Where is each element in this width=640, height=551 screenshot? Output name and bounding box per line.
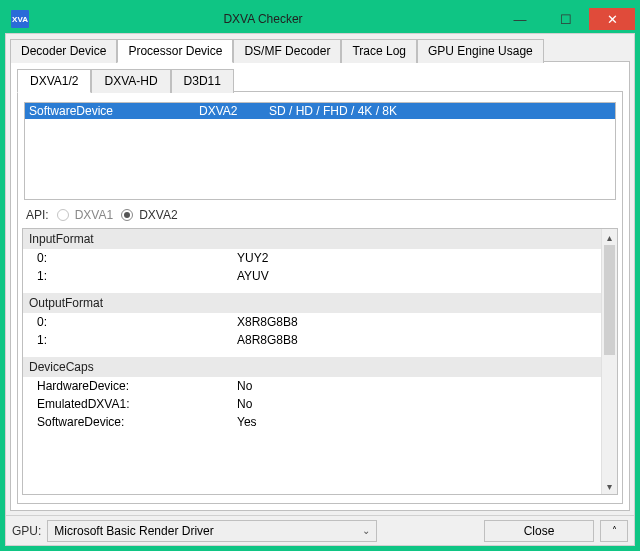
devicecaps-k0: HardwareDevice:: [37, 379, 237, 393]
subpanel-dxva12: SoftwareDevice DXVA2 SD / HD / FHD / 4K …: [17, 92, 623, 504]
tab-processor-device[interactable]: Processor Device: [117, 39, 233, 63]
subtab-dxvahd[interactable]: DXVA-HD: [91, 69, 170, 93]
inputformat-k0: 0:: [37, 251, 237, 265]
section-devicecaps: DeviceCaps: [23, 357, 601, 377]
scroll-thumb[interactable]: [604, 245, 615, 355]
device-name: SoftwareDevice: [29, 104, 199, 118]
maximize-button[interactable]: ☐: [543, 8, 589, 30]
panel-processor-device: DXVA1/2 DXVA-HD D3D11 SoftwareDevice DXV…: [10, 62, 630, 511]
tab-trace-log[interactable]: Trace Log: [341, 39, 417, 63]
outputformat-v1: A8R8G8B8: [237, 333, 595, 347]
radio-dxva1: DXVA1: [57, 208, 113, 222]
close-window-button[interactable]: ✕: [589, 8, 635, 30]
device-row-selected[interactable]: SoftwareDevice DXVA2 SD / HD / FHD / 4K …: [25, 103, 615, 119]
outputformat-v0: X8R8G8B8: [237, 315, 595, 329]
main-tabstrip: Decoder Device Processor Device DS/MF De…: [10, 38, 630, 62]
gpu-dropdown-value: Microsoft Basic Render Driver: [54, 524, 213, 538]
radio-dxva2-indicator: [121, 209, 133, 221]
radio-dxva1-label: DXVA1: [75, 208, 113, 222]
outputformat-k1: 1:: [37, 333, 237, 347]
devicecaps-row-1: EmulatedDXVA1:No: [23, 395, 601, 413]
gpu-label: GPU:: [12, 524, 41, 538]
tabstrip-fill: [544, 38, 630, 62]
inputformat-k1: 1:: [37, 269, 237, 283]
device-resolutions: SD / HD / FHD / 4K / 8K: [269, 104, 611, 118]
devicecaps-k1: EmulatedDXVA1:: [37, 397, 237, 411]
app-window: XVA DXVA Checker — ☐ ✕ Decoder Device Pr…: [4, 4, 636, 547]
devicecaps-v0: No: [237, 379, 595, 393]
info-list-content: InputFormat 0:YUY2 1:AYUV OutputFormat 0…: [23, 229, 601, 494]
scroll-down-icon[interactable]: ▾: [602, 478, 617, 494]
window-buttons: — ☐ ✕: [497, 8, 635, 30]
section-inputformat: InputFormat: [23, 229, 601, 249]
sub-tabstrip: DXVA1/2 DXVA-HD D3D11: [17, 68, 623, 92]
inputformat-row-1: 1:AYUV: [23, 267, 601, 285]
outputformat-k0: 0:: [37, 315, 237, 329]
inputformat-v0: YUY2: [237, 251, 595, 265]
titlebar: XVA DXVA Checker — ☐ ✕: [5, 5, 635, 33]
info-scrollbar[interactable]: ▴ ▾: [601, 229, 617, 494]
tab-decoder-device[interactable]: Decoder Device: [10, 39, 117, 63]
subtab-dxva12[interactable]: DXVA1/2: [17, 69, 91, 93]
info-list: InputFormat 0:YUY2 1:AYUV OutputFormat 0…: [22, 228, 618, 495]
chevron-up-icon: ˄: [612, 525, 617, 536]
gpu-dropdown[interactable]: Microsoft Basic Render Driver ⌄: [47, 520, 377, 542]
api-label: API:: [26, 208, 49, 222]
radio-dxva1-indicator: [57, 209, 69, 221]
devicecaps-row-2: SoftwareDevice:Yes: [23, 413, 601, 431]
devicecaps-v2: Yes: [237, 415, 595, 429]
tab-gpu-engine-usage[interactable]: GPU Engine Usage: [417, 39, 544, 63]
chevron-down-icon: ⌄: [362, 525, 370, 536]
subtabstrip-fill: [234, 68, 623, 92]
devicecaps-k2: SoftwareDevice:: [37, 415, 237, 429]
client-area: Decoder Device Processor Device DS/MF De…: [5, 33, 635, 546]
expand-button[interactable]: ˄: [600, 520, 628, 542]
bottom-bar: GPU: Microsoft Basic Render Driver ⌄ Clo…: [6, 515, 634, 545]
window-title: DXVA Checker: [29, 12, 497, 26]
close-button[interactable]: Close: [484, 520, 594, 542]
devicecaps-v1: No: [237, 397, 595, 411]
tab-dsmf-decoder[interactable]: DS/MF Decoder: [233, 39, 341, 63]
devicecaps-row-0: HardwareDevice:No: [23, 377, 601, 395]
device-list[interactable]: SoftwareDevice DXVA2 SD / HD / FHD / 4K …: [24, 102, 616, 200]
inputformat-row-0: 0:YUY2: [23, 249, 601, 267]
outputformat-row-0: 0:X8R8G8B8: [23, 313, 601, 331]
section-outputformat: OutputFormat: [23, 293, 601, 313]
minimize-button[interactable]: —: [497, 8, 543, 30]
outputformat-row-1: 1:A8R8G8B8: [23, 331, 601, 349]
inputformat-v1: AYUV: [237, 269, 595, 283]
app-icon: XVA: [11, 10, 29, 28]
device-api: DXVA2: [199, 104, 269, 118]
radio-dxva2[interactable]: DXVA2: [121, 208, 177, 222]
radio-dxva2-label: DXVA2: [139, 208, 177, 222]
scroll-up-icon[interactable]: ▴: [602, 229, 617, 245]
subtab-d3d11[interactable]: D3D11: [171, 69, 234, 93]
api-row: API: DXVA1 DXVA2: [22, 200, 618, 228]
